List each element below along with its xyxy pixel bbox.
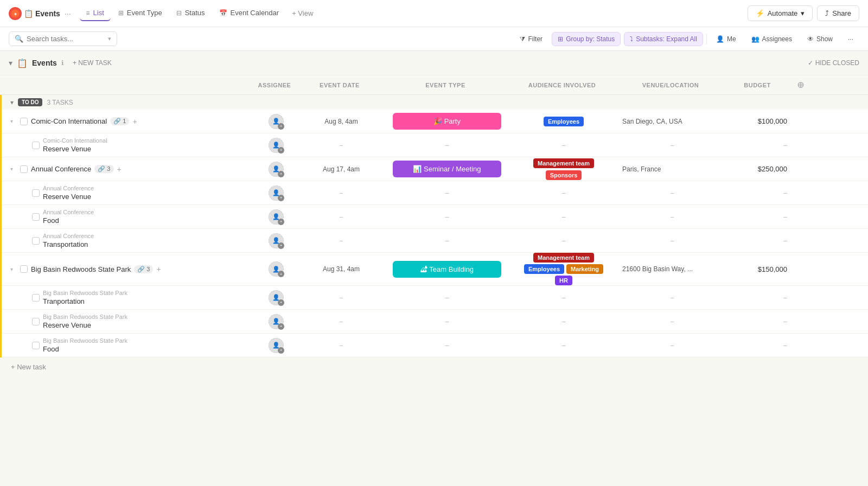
add-column-button[interactable]: ⊕ xyxy=(790,80,812,90)
automate-button[interactable]: ⚡ Automate ▾ xyxy=(748,5,813,21)
more-options-icon[interactable]: ··· xyxy=(62,8,73,19)
project-collapse-icon[interactable]: ▾ xyxy=(9,59,12,67)
add-assignee-icon[interactable]: + xyxy=(278,347,284,354)
search-icon: 🔍 xyxy=(15,35,23,43)
tab-event-type[interactable]: ⊞ Event Type xyxy=(112,5,169,21)
subtask-parent-label: Annual Conference xyxy=(43,233,94,240)
show-icon: 👁 xyxy=(807,35,814,43)
expand-icon[interactable]: ▾ xyxy=(10,166,17,172)
task-checkbox[interactable] xyxy=(32,318,40,325)
tab-list[interactable]: ≡ List xyxy=(80,5,111,21)
table-row: ▾ Big Basin Redwoods State Park 🔗 3 + 👤 … xyxy=(2,253,868,286)
task-checkbox[interactable] xyxy=(32,294,40,302)
audience-cell: – xyxy=(509,293,618,302)
main-content: ▾ 📋 Events ℹ + NEW TASK ✓ HIDE CLOSED AS… xyxy=(0,51,868,486)
project-info-icon[interactable]: ℹ xyxy=(61,59,64,67)
task-name-cell: ▾ Annual Conference 🔗 3 + xyxy=(10,165,254,174)
filter-button[interactable]: ⧩ Filter xyxy=(514,32,548,46)
add-assignee-icon[interactable]: + xyxy=(278,219,284,225)
venue-cell: 21600 Big Basin Way, ... xyxy=(618,265,726,273)
add-assignee-icon[interactable]: + xyxy=(278,323,284,330)
task-name-label: Reserve Venue xyxy=(43,321,91,329)
avatar[interactable]: 👤 + xyxy=(269,209,284,225)
new-task-button[interactable]: + NEW TASK xyxy=(68,57,116,68)
col-audience: AUDIENCE INVOLVED xyxy=(508,82,616,88)
task-checkbox[interactable] xyxy=(32,342,40,349)
add-assignee-icon[interactable]: + xyxy=(278,147,284,154)
avatar[interactable]: 👤 + xyxy=(269,186,284,201)
event-type-cell: – xyxy=(385,341,509,349)
expand-icon[interactable]: ▾ xyxy=(10,118,17,124)
date-cell: – xyxy=(298,342,385,349)
search-input[interactable] xyxy=(27,35,105,43)
task-name-label: Big Basin Redwoods State Park xyxy=(31,265,131,273)
add-assignee-icon[interactable]: + xyxy=(278,299,284,306)
task-table: ASSIGNEE EVENT DATE EVENT TYPE AUDIENCE … xyxy=(0,75,868,376)
avatar[interactable]: 👤 + xyxy=(269,338,284,353)
me-button[interactable]: 👤 Me xyxy=(710,32,742,46)
budget-cell: $150,000 xyxy=(726,265,792,273)
tab-status[interactable]: ⊟ Status xyxy=(170,5,212,21)
add-subtask-icon[interactable]: + xyxy=(132,117,137,126)
share-button[interactable]: ⤴ Share xyxy=(817,5,859,21)
avatar[interactable]: 👤 + xyxy=(269,162,284,177)
avatar[interactable]: 👤 + xyxy=(269,233,284,248)
audience-tag: Marketing xyxy=(566,264,603,274)
top-nav: ✦ 📋 Events ··· ≡ List ⊞ Event Type ⊟ Sta… xyxy=(0,0,868,27)
more-options-button[interactable]: ··· xyxy=(842,32,859,46)
audience-cell: Employees xyxy=(509,117,618,126)
table-row: Annual Conference Transportation 👤 + – –… xyxy=(2,229,868,253)
venue-cell: – xyxy=(618,237,726,245)
avatar[interactable]: 👤 + xyxy=(269,314,284,329)
audience-cell: – xyxy=(509,141,618,149)
subtasks-button[interactable]: ⤵ Subtasks: Expand All xyxy=(624,32,703,46)
expand-icon[interactable]: ▾ xyxy=(10,266,17,272)
task-checkbox[interactable] xyxy=(32,213,40,221)
audience-cell: – xyxy=(509,317,618,325)
add-assignee-icon[interactable]: + xyxy=(278,171,284,177)
project-emoji: 📋 xyxy=(17,58,28,68)
event-badge: 🏕 Team Building xyxy=(393,261,501,278)
add-assignee-icon[interactable]: + xyxy=(278,271,284,277)
search-box[interactable]: 🔍 ▾ xyxy=(9,31,117,46)
task-name-label: Reserve Venue xyxy=(43,193,91,201)
task-checkbox[interactable] xyxy=(32,142,40,149)
event-type-cell: – xyxy=(385,213,509,221)
avatar[interactable]: 👤 + xyxy=(269,261,284,277)
hide-closed-button[interactable]: ✓ HIDE CLOSED xyxy=(808,59,859,67)
add-subtask-icon[interactable]: + xyxy=(117,165,122,174)
event-type-cell: – xyxy=(385,317,509,325)
task-checkbox[interactable] xyxy=(32,189,40,197)
add-view-button[interactable]: + View xyxy=(286,6,318,21)
task-checkbox[interactable] xyxy=(20,265,28,273)
audience-tag: Sponsors xyxy=(546,170,582,180)
add-subtask-icon[interactable]: + xyxy=(156,265,161,273)
task-checkbox[interactable] xyxy=(20,118,28,125)
group-by-button[interactable]: ⊞ Group by: Status xyxy=(552,32,621,46)
event-type-cell: 🎉 Party xyxy=(385,113,509,130)
budget-cell: – xyxy=(726,293,792,302)
assignee-cell: 👤 + xyxy=(254,314,298,329)
task-checkbox[interactable] xyxy=(32,237,40,245)
add-assignee-icon[interactable]: + xyxy=(278,195,284,201)
tab-event-calendar[interactable]: 📅 Event Calendar xyxy=(213,5,286,21)
venue-cell: – xyxy=(618,189,726,197)
add-assignee-icon[interactable]: + xyxy=(278,123,284,130)
task-name-cell: Big Basin Redwoods State Park Reserve Ve… xyxy=(10,314,254,329)
task-name-label: Transportation xyxy=(43,240,88,248)
table-row: ▾ Annual Conference 🔗 3 + 👤 + Aug 17, 4a… xyxy=(2,157,868,181)
table-row: ▾ Comic-Con International 🔗 1 + 👤 + Aug … xyxy=(2,110,868,133)
avatar[interactable]: 👤 + xyxy=(269,114,284,129)
add-assignee-icon[interactable]: + xyxy=(278,242,284,249)
show-button[interactable]: 👁 Show xyxy=(801,32,839,46)
avatar[interactable]: 👤 + xyxy=(269,290,284,305)
avatar[interactable]: 👤 + xyxy=(269,138,284,153)
assignees-button[interactable]: 👥 Assignees xyxy=(745,32,798,46)
new-task-footer-button[interactable]: + New task xyxy=(0,357,868,376)
event-badge: 🎉 Party xyxy=(393,113,501,130)
subtask-parent-label: Big Basin Redwoods State Park xyxy=(43,290,127,297)
assignee-cell: 👤 + xyxy=(254,138,298,153)
status-header[interactable]: ▾ TO DO 3 TASKS xyxy=(2,95,868,110)
task-checkbox[interactable] xyxy=(20,165,28,173)
status-collapse-icon[interactable]: ▾ xyxy=(10,99,14,106)
